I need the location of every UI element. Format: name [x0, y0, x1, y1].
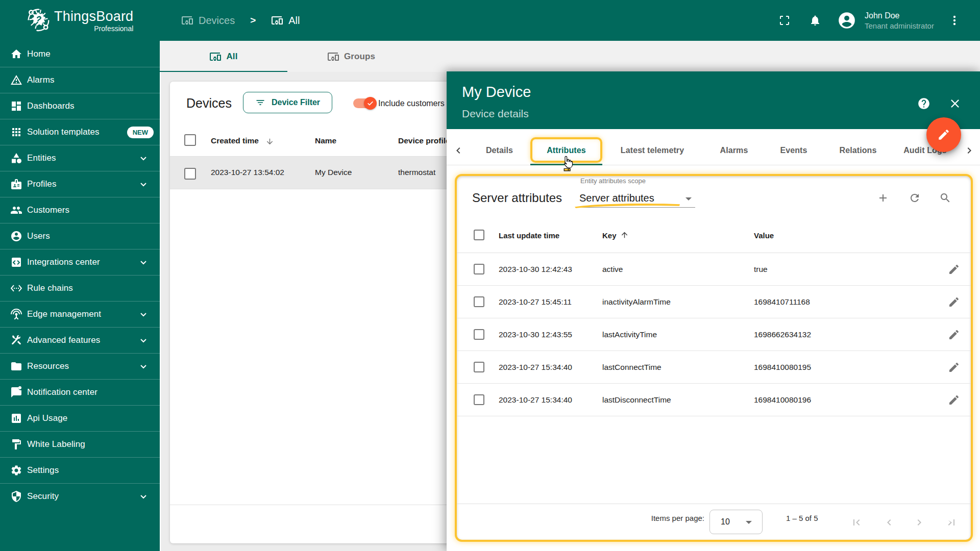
sidebar-item-white-labeling[interactable]: White Labeling	[0, 431, 160, 457]
edit-device-fab[interactable]	[926, 117, 961, 152]
cell-last-update-time: 2023-10-27 15:34:40	[499, 363, 572, 372]
attribute-row[interactable]: 2023-10-30 12:42:43 active true	[457, 253, 971, 286]
sidebar-item-advanced-features[interactable]: Advanced features	[0, 327, 160, 353]
toggle-thumb	[364, 97, 377, 110]
edit-attribute-icon[interactable]	[948, 329, 960, 341]
notifications-icon[interactable]	[809, 14, 821, 27]
sidebar-item-label: Solution templates	[27, 127, 100, 137]
row-checkbox[interactable]	[474, 394, 484, 405]
chevron-down-icon	[137, 308, 150, 320]
panel-subtitle: Device details	[462, 108, 529, 120]
tutorial-hand-cursor	[561, 155, 573, 172]
col-key[interactable]: Key	[602, 231, 617, 240]
tab-alarms[interactable]: Alarms	[705, 129, 763, 165]
breadcrumb-separator: >	[250, 15, 256, 26]
select-all-checkbox[interactable]	[184, 134, 196, 146]
sidebar-item-label: Notification center	[27, 387, 97, 397]
row-checkbox[interactable]	[474, 362, 484, 372]
row-checkbox[interactable]	[474, 329, 484, 340]
sidebar-item-rule-chains[interactable]: Rule chains	[0, 275, 160, 301]
sidebar-item-users[interactable]: Users	[0, 223, 160, 249]
sidebar-item-label: Edge management	[27, 309, 101, 319]
help-icon[interactable]	[917, 97, 930, 110]
tabs-scroll-left-icon[interactable]	[452, 144, 464, 157]
search-icon[interactable]	[939, 192, 951, 204]
tab-events[interactable]: Events	[766, 129, 822, 165]
next-page-icon[interactable]	[913, 516, 925, 529]
tab-groups-label: Groups	[344, 52, 375, 62]
sidebar-item-settings[interactable]: Settings	[0, 457, 160, 483]
col-name[interactable]: Name	[315, 136, 336, 145]
col-last-update-time[interactable]: Last update time	[499, 231, 559, 240]
breadcrumb-current[interactable]: All	[288, 15, 300, 27]
fullscreen-icon[interactable]	[778, 14, 791, 27]
sidebar-item-profiles[interactable]: Profiles	[0, 171, 160, 197]
sidebar-item-label: Settings	[27, 465, 59, 475]
select-all-checkbox[interactable]	[474, 230, 484, 240]
last-page-icon[interactable]	[945, 516, 958, 529]
edit-attribute-icon[interactable]	[948, 394, 960, 406]
sidebar-item-label: Customers	[27, 205, 69, 215]
brand-logo[interactable]: ThingsBoard Professional	[0, 0, 160, 41]
edit-icon	[937, 128, 950, 141]
sidebar-item-dashboards[interactable]: Dashboards	[0, 93, 160, 119]
attribute-row[interactable]: 2023-10-30 12:43:55 lastActivityTime 169…	[457, 318, 971, 351]
entities-icon	[10, 152, 22, 164]
include-customers-toggle[interactable]	[353, 98, 376, 108]
sidebar-item-alarms[interactable]: Alarms	[0, 67, 160, 93]
tab-relations[interactable]: Relations	[825, 129, 891, 165]
more-menu-icon[interactable]	[948, 14, 961, 27]
sidebar-item-label: Advanced features	[27, 335, 100, 345]
col-created-time[interactable]: Created time	[211, 136, 259, 145]
first-page-icon[interactable]	[850, 516, 863, 529]
edit-attribute-icon[interactable]	[948, 361, 960, 373]
col-device-profile[interactable]: Device profile	[398, 136, 450, 145]
breadcrumb-root[interactable]: Devices	[199, 15, 235, 27]
sidebar-item-label: Entities	[27, 153, 56, 163]
sidebar-item-api-usage[interactable]: Api Usage	[0, 405, 160, 431]
profiles-icon	[10, 178, 22, 190]
edit-attribute-icon[interactable]	[948, 263, 960, 276]
close-icon[interactable]	[948, 97, 962, 110]
solution-templates-icon	[10, 126, 22, 138]
tab-latest-telemetry[interactable]: Latest telemetry	[605, 129, 699, 165]
sidebar-item-notification-center[interactable]: Notification center	[0, 379, 160, 405]
refresh-icon[interactable]	[909, 192, 921, 204]
cell-value: 1698410080195	[754, 363, 811, 372]
brand-edition: Professional	[54, 25, 133, 33]
previous-page-icon[interactable]	[883, 516, 895, 529]
add-attribute-icon[interactable]	[877, 192, 889, 204]
sidebar-item-resources[interactable]: Resources	[0, 353, 160, 379]
attribute-row[interactable]: 2023-10-27 15:34:40 lastConnectTime 1698…	[457, 351, 971, 384]
row-checkbox[interactable]	[474, 264, 484, 274]
attribute-row[interactable]: 2023-10-27 15:45:11 inactivityAlarmTime …	[457, 286, 971, 318]
sidebar-item-label: White Labeling	[27, 439, 85, 449]
select-arrow-icon[interactable]	[685, 197, 692, 201]
sidebar-item-home[interactable]: Home	[0, 41, 160, 67]
advanced-features-icon	[10, 334, 22, 346]
tab-groups[interactable]: Groups	[287, 41, 415, 72]
attribute-row[interactable]: 2023-10-27 15:34:40 lastDisconnectTime 1…	[457, 384, 971, 416]
avatar[interactable]	[837, 11, 856, 30]
sidebar-item-entities[interactable]: Entities	[0, 145, 160, 171]
dashboards-icon	[10, 100, 22, 112]
row-checkbox[interactable]	[184, 168, 196, 180]
page-size-select[interactable]: 10	[709, 510, 763, 534]
sidebar-item-edge-management[interactable]: Edge management	[0, 301, 160, 327]
device-filter-button[interactable]: Device Filter	[243, 92, 332, 113]
row-checkbox[interactable]	[474, 296, 484, 307]
sidebar-item-label: Api Usage	[27, 413, 67, 423]
cell-last-update-time: 2023-10-27 15:34:40	[499, 395, 572, 405]
sidebar-item-security[interactable]: Security	[0, 483, 160, 509]
tab-all[interactable]: All	[160, 41, 287, 72]
sidebar-item-integrations-center[interactable]: Integrations center	[0, 249, 160, 275]
sidebar-item-solution-templates[interactable]: Solution templates NEW	[0, 119, 160, 145]
tabs-scroll-right-icon[interactable]	[963, 144, 975, 157]
user-block[interactable]: John Doe Tenant administrator	[865, 10, 940, 31]
edit-attribute-icon[interactable]	[948, 296, 960, 308]
sidebar: ThingsBoard Professional Home Alarms Das…	[0, 0, 160, 551]
col-value[interactable]: Value	[754, 231, 774, 240]
cell-device-profile: thermostat	[398, 168, 435, 177]
sidebar-item-customers[interactable]: Customers	[0, 197, 160, 223]
tab-details[interactable]: Details	[473, 129, 526, 165]
